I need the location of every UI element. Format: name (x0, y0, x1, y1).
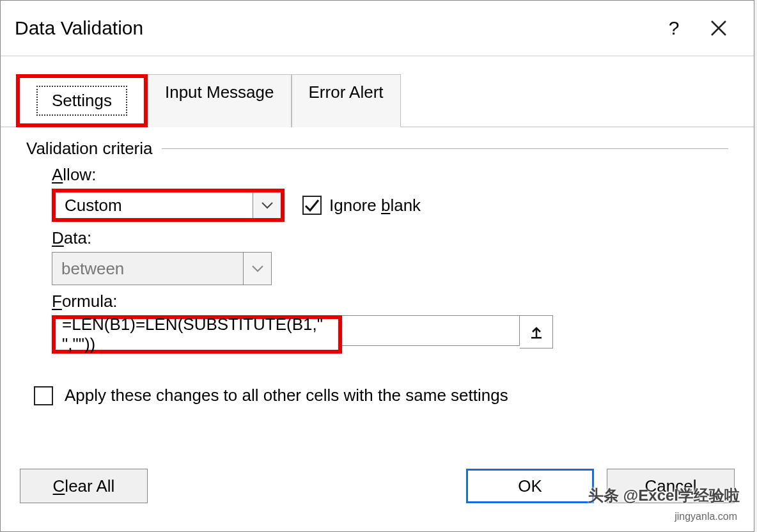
tab-input-message[interactable]: Input Message (148, 74, 292, 127)
group-title: Validation criteria (26, 139, 153, 159)
collapse-dialog-icon (529, 324, 544, 340)
ignore-blank-label: Ignore blank (329, 196, 421, 215)
chevron-down-icon[interactable] (253, 192, 281, 218)
close-icon (710, 19, 728, 37)
tab-label: Input Message (165, 82, 274, 102)
ignore-blank-checkbox[interactable]: Ignore blank (302, 196, 421, 215)
allow-combo[interactable]: Custom (52, 189, 285, 222)
svg-rect-0 (531, 337, 542, 339)
formula-row: =LEN(B1)=LEN(SUBSTITUTE(B1," ","")) (52, 315, 728, 354)
tab-label: Error Alert (309, 82, 384, 102)
watermark: 头条 @Excel学经验啦 (588, 485, 740, 506)
formula-input[interactable]: =LEN(B1)=LEN(SUBSTITUTE(B1," ","")) (52, 315, 342, 354)
checkbox-box (302, 196, 322, 215)
tab-strip: Settings Input Message Error Alert (1, 56, 754, 127)
ok-button[interactable]: OK (466, 469, 594, 503)
data-value: between (52, 259, 243, 279)
data-combo: between (52, 252, 272, 285)
divider (162, 148, 728, 149)
dialog-title: Data Validation (15, 17, 652, 39)
data-label: Data: (52, 228, 728, 248)
tab-error-alert[interactable]: Error Alert (292, 74, 401, 127)
tab-label: Settings (36, 86, 127, 116)
checkbox-box (34, 386, 53, 405)
help-button[interactable]: ? (652, 12, 696, 44)
formula-label: Formula: (52, 292, 728, 311)
allow-label: Allow: (52, 165, 728, 185)
apply-changes-checkbox[interactable]: Apply these changes to all other cells w… (26, 386, 728, 405)
watermark-url: jingyanla.com (675, 511, 737, 522)
titlebar: Data Validation ? (1, 1, 754, 56)
dialog-content: Validation criteria Allow: Custom Ignore… (1, 127, 754, 451)
formula-input-tail[interactable] (342, 315, 520, 346)
allow-value: Custom (56, 196, 253, 215)
close-button[interactable] (696, 12, 741, 44)
check-icon (304, 197, 320, 214)
apply-changes-label: Apply these changes to all other cells w… (65, 386, 508, 405)
clear-all-button[interactable]: Clear All (20, 469, 148, 503)
chevron-down-icon (243, 253, 271, 285)
tab-settings[interactable]: Settings (16, 74, 148, 127)
data-validation-dialog: Data Validation ? Settings Input Message… (0, 0, 754, 532)
range-picker-button[interactable] (520, 315, 553, 348)
